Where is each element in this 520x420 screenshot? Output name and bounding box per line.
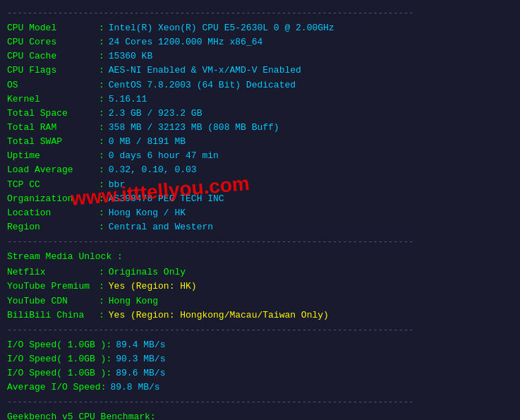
row-organization: Organization : AS398478 PEG TECH INC xyxy=(7,192,513,206)
label-kernel: Kernel xyxy=(7,92,99,107)
label-cpu-cores: CPU Cores xyxy=(7,35,99,49)
label-os: OS xyxy=(7,78,99,92)
label-youtube-cdn: YouTube CDN xyxy=(7,294,99,308)
value-bilibili: Yes (Region: Hongkong/Macau/Taiwan Only) xyxy=(109,308,329,323)
geekbench-section: Geekbench v5 CPU Benchmark: Single Core … xyxy=(7,410,513,420)
io-speed-section: I/O Speed( 1.0GB ) : 89.4 MB/s I/O Speed… xyxy=(7,338,513,395)
value-total-swap: 0 MB / 8191 MB xyxy=(109,135,186,149)
row-cpu-cores: CPU Cores : 24 Cores 1200.000 MHz x86_64 xyxy=(7,35,513,49)
label-tcp-cc: TCP CC xyxy=(7,178,99,192)
label-io-1: I/O Speed( 1.0GB ) xyxy=(7,338,106,352)
label-cpu-flags: CPU Flags xyxy=(7,64,99,78)
geekbench-title: Geekbench v5 CPU Benchmark: xyxy=(7,410,513,420)
row-total-swap: Total SWAP : 0 MB / 8191 MB xyxy=(7,135,513,149)
value-io-3: 89.6 MB/s xyxy=(116,366,165,380)
value-cpu-flags: AES-NI Enabled & VM-x/AMD-V Enabled xyxy=(109,64,301,78)
label-youtube-premium: YouTube Premium xyxy=(7,280,99,294)
value-io-avg: 89.8 MB/s xyxy=(110,380,159,395)
divider-1: ----------------------------------------… xyxy=(7,237,513,247)
label-uptime: Uptime xyxy=(7,149,99,163)
value-uptime: 0 days 6 hour 47 min xyxy=(109,149,219,163)
label-bilibili: BiliBili China xyxy=(7,308,99,323)
row-total-space: Total Space : 2.3 GB / 923.2 GB xyxy=(7,107,513,121)
value-total-space: 2.3 GB / 923.2 GB xyxy=(109,107,202,121)
divider-top: ----------------------------------------… xyxy=(7,8,513,18)
label-io-3: I/O Speed( 1.0GB ) xyxy=(7,366,106,380)
value-cpu-cache: 15360 KB xyxy=(109,49,152,64)
row-load-average: Load Average : 0.32, 0.10, 0.03 xyxy=(7,163,513,177)
row-total-ram: Total RAM : 358 MB / 32123 MB (808 MB Bu… xyxy=(7,121,513,135)
row-io-3: I/O Speed( 1.0GB ) : 89.6 MB/s xyxy=(7,366,513,380)
row-bilibili: BiliBili China : Yes (Region: Hongkong/M… xyxy=(7,308,513,323)
row-io-2: I/O Speed( 1.0GB ) : 90.3 MB/s xyxy=(7,352,513,366)
row-io-avg: Average I/O Speed : 89.8 MB/s xyxy=(7,380,513,395)
value-load-average: 0.32, 0.10, 0.03 xyxy=(109,163,197,177)
label-load-average: Load Average xyxy=(7,163,99,177)
value-os: CentOS 7.8.2003 (64 Bit) Dedicated xyxy=(109,78,296,92)
row-tcp-cc: TCP CC : bbr xyxy=(7,178,513,192)
value-youtube-cdn: Hong Kong xyxy=(109,294,158,308)
value-netflix: Originals Only xyxy=(109,265,186,280)
value-youtube-premium: Yes (Region: HK) xyxy=(109,280,197,294)
value-region: Central and Western xyxy=(109,220,213,234)
value-location: Hong Kong / HK xyxy=(109,206,186,220)
label-location: Location xyxy=(7,206,99,220)
label-cpu-model: CPU Model xyxy=(7,21,99,35)
value-total-ram: 358 MB / 32123 MB (808 MB Buff) xyxy=(109,121,279,135)
label-organization: Organization xyxy=(7,192,99,206)
stream-media-section: Stream Media Unlock : Netflix : Original… xyxy=(7,250,513,323)
row-region: Region : Central and Western xyxy=(7,220,513,234)
label-netflix: Netflix xyxy=(7,265,99,280)
label-io-avg: Average I/O Speed xyxy=(7,380,101,395)
label-region: Region xyxy=(7,220,99,234)
row-cpu-model: CPU Model : Intel(R) Xeon(R) CPU E5-2630… xyxy=(7,21,513,35)
row-netflix: Netflix : Originals Only xyxy=(7,265,513,280)
value-organization: AS398478 PEG TECH INC xyxy=(109,192,224,206)
stream-media-title: Stream Media Unlock : xyxy=(7,250,513,264)
divider-2: ----------------------------------------… xyxy=(7,325,513,335)
label-cpu-cache: CPU Cache xyxy=(7,49,99,64)
row-youtube-premium: YouTube Premium : Yes (Region: HK) xyxy=(7,280,513,294)
row-kernel: Kernel : 5.16.11 xyxy=(7,92,513,107)
row-uptime: Uptime : 0 days 6 hour 47 min xyxy=(7,149,513,163)
row-io-1: I/O Speed( 1.0GB ) : 89.4 MB/s xyxy=(7,338,513,352)
row-location: Location : Hong Kong / HK xyxy=(7,206,513,220)
label-total-ram: Total RAM xyxy=(7,121,99,135)
system-info-section: CPU Model : Intel(R) Xeon(R) CPU E5-2630… xyxy=(7,21,513,234)
label-io-2: I/O Speed( 1.0GB ) xyxy=(7,352,106,366)
value-io-2: 90.3 MB/s xyxy=(116,352,165,366)
value-tcp-cc: bbr xyxy=(109,178,125,192)
value-io-1: 89.4 MB/s xyxy=(116,338,165,352)
label-total-space: Total Space xyxy=(7,107,99,121)
label-total-swap: Total SWAP xyxy=(7,135,99,149)
divider-3: ----------------------------------------… xyxy=(7,397,513,407)
value-kernel: 5.16.11 xyxy=(109,92,147,107)
value-cpu-model: Intel(R) Xeon(R) CPU E5-2630L 0 @ 2.00GH… xyxy=(109,21,334,35)
row-youtube-cdn: YouTube CDN : Hong Kong xyxy=(7,294,513,308)
row-cpu-cache: CPU Cache : 15360 KB xyxy=(7,49,513,64)
value-cpu-cores: 24 Cores 1200.000 MHz x86_64 xyxy=(109,35,262,49)
row-os: OS : CentOS 7.8.2003 (64 Bit) Dedicated xyxy=(7,78,513,92)
row-cpu-flags: CPU Flags : AES-NI Enabled & VM-x/AMD-V … xyxy=(7,64,513,78)
